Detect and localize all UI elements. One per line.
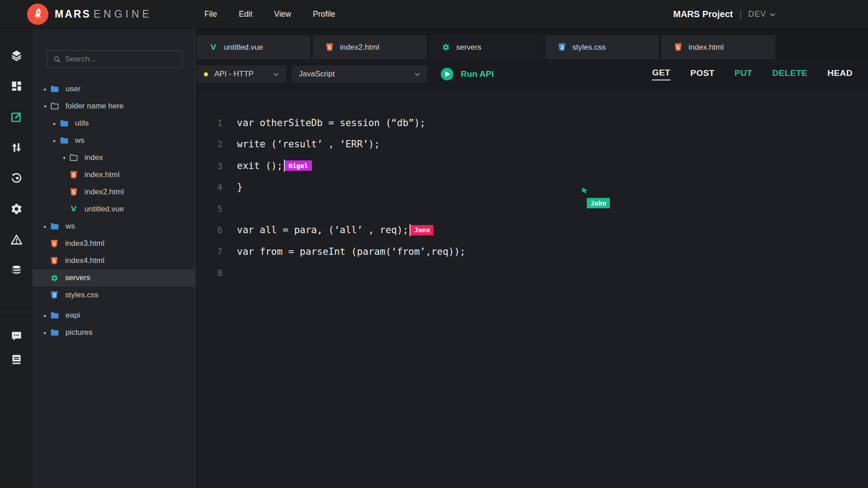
menu-profile[interactable]: Profile	[313, 9, 335, 19]
tree-item-ws-nested[interactable]: ▸ ws	[33, 132, 194, 149]
code-text: write (‘result’ , ‘ERR’);	[237, 139, 380, 150]
warning-icon[interactable]	[0, 224, 33, 255]
env-selector[interactable]: DEV	[748, 9, 775, 19]
code-line: 7 var from = parseInt (param(‘from’,req)…	[195, 241, 868, 263]
tree-item-label: index3.html	[65, 239, 104, 248]
code-text: }	[237, 182, 243, 192]
code-text: exit ();	[237, 160, 283, 171]
api-type-select[interactable]: API - HTTP	[197, 66, 286, 83]
folder-open-icon	[69, 153, 78, 162]
tree-item-label: folder name here	[66, 102, 124, 111]
language-select[interactable]: JavaScript	[292, 66, 427, 83]
tree-item-label: untitled.vue	[85, 205, 124, 214]
code-line: 6 var all = para, (‘all’ , req); Jane	[195, 220, 868, 241]
folder-open-icon	[50, 102, 59, 111]
line-number: 1	[195, 118, 222, 128]
tree-item-ws[interactable]: ▸ ws	[33, 218, 194, 235]
tree-item-index-folder[interactable]: ▾ index	[33, 149, 194, 166]
tree-item-label: styles.css	[65, 291, 99, 300]
code-text: var otherSiteDb = session (“db”);	[237, 117, 425, 128]
method-put[interactable]: PUT	[735, 68, 753, 80]
vue-icon: V	[209, 43, 217, 52]
chat-icon[interactable]	[0, 327, 33, 345]
play-icon	[441, 68, 453, 80]
tab-index-html[interactable]: 5 index.html	[661, 35, 775, 59]
tree-item-index2-html[interactable]: 5 index2.html	[33, 183, 194, 201]
chevron-down-icon: ▾	[61, 155, 67, 161]
tab-styles-css[interactable]: 3 styles.css	[545, 35, 659, 59]
docs-icon[interactable]	[0, 350, 33, 368]
html5-icon: 5	[674, 43, 682, 52]
tree-item-index3-html[interactable]: 5 index3.html	[33, 235, 194, 252]
chevron-right-icon: ▸	[42, 86, 48, 92]
settings-gear-icon[interactable]	[0, 193, 33, 224]
line-number: 6	[195, 225, 222, 235]
tree-item-label: eapi	[66, 311, 80, 320]
gear-icon	[442, 43, 450, 52]
tree-item-label: index4.html	[65, 256, 104, 265]
chevron-down-icon: ▾	[42, 103, 48, 109]
dashboard-icon[interactable]	[0, 70, 33, 101]
run-api-label: Run API	[461, 69, 494, 79]
folder-icon	[50, 311, 59, 320]
language-value: JavaScript	[299, 70, 415, 79]
gear-icon	[50, 273, 59, 282]
tree-item-untitled-vue[interactable]: V untitled.vue	[33, 201, 194, 218]
file-explorer: ▸ user ▾ folder name here ▸ utils ▸	[33, 28, 194, 488]
menu-edit[interactable]: Edit	[239, 9, 252, 19]
tree-item-utils[interactable]: ▸ utils	[33, 115, 194, 132]
tab-label: index.html	[689, 43, 723, 52]
tree-item-pictures[interactable]: ▸ pictures	[33, 324, 194, 341]
layers-icon[interactable]	[0, 40, 33, 70]
method-delete[interactable]: DELETE	[772, 68, 807, 80]
tree-item-user[interactable]: ▸ user	[33, 80, 194, 98]
env-label: DEV	[748, 9, 766, 19]
tree-item-servers[interactable]: servers	[33, 269, 194, 286]
code-line: 8	[195, 263, 868, 284]
tab-servers-active[interactable]: servers	[429, 35, 543, 59]
icon-rail	[0, 28, 33, 488]
tree-item-index-html[interactable]: 5 index.html	[33, 166, 194, 183]
project-title: MARS Project	[673, 9, 733, 19]
method-get[interactable]: GET	[652, 68, 670, 80]
brand: MARSENGINE	[27, 4, 152, 25]
menu-view[interactable]: View	[274, 9, 291, 19]
tree-item-label: servers	[65, 273, 90, 282]
tree-item-index4-html[interactable]: 5 index4.html	[33, 252, 194, 269]
chevron-down-icon	[770, 9, 775, 19]
line-number: 5	[195, 204, 222, 214]
code-text: var from = parseInt (param(‘from’,req));	[237, 246, 466, 257]
tab-index2-html[interactable]: 5 index2.html	[313, 35, 427, 59]
sort-arrows-icon[interactable]	[0, 132, 33, 163]
search-input[interactable]	[65, 55, 174, 64]
chevron-right-icon: ▸	[52, 138, 58, 144]
mars-rocket-logo-icon	[27, 4, 48, 25]
folder-icon	[50, 84, 59, 94]
search-box[interactable]	[47, 51, 183, 68]
user-cursor-jane: Jane	[410, 225, 434, 235]
folder-icon	[50, 222, 59, 231]
method-head[interactable]: HEAD	[827, 68, 853, 80]
css3-icon: 3	[50, 291, 59, 300]
tree-item-label: index.html	[85, 170, 119, 179]
tree-item-styles-css[interactable]: 3 styles.css	[33, 286, 194, 304]
tree-item-folder-name-here[interactable]: ▾ folder name here	[33, 98, 194, 115]
code-editor[interactable]: 1 var otherSiteDb = session (“db”); 2 wr…	[195, 89, 868, 488]
tree-item-label: user	[66, 84, 80, 94]
line-number: 7	[195, 247, 222, 257]
folder-icon	[50, 328, 59, 337]
tab-untitled-vue[interactable]: V untitled.vue	[197, 35, 311, 59]
project-info: MARS Project | DEV	[673, 0, 775, 28]
code-line: 3 exit (); Nigel	[195, 155, 868, 177]
user-cursor-nigel: Nigel	[285, 160, 312, 171]
run-api-button[interactable]: Run API	[441, 68, 494, 80]
history-icon[interactable]	[0, 163, 33, 193]
method-post[interactable]: POST	[690, 68, 715, 80]
tree-item-label: utils	[75, 119, 89, 128]
tree-item-eapi[interactable]: ▸ eapi	[33, 307, 194, 324]
line-number: 4	[195, 182, 222, 192]
menu-file[interactable]: File	[204, 9, 217, 19]
database-icon[interactable]	[0, 255, 33, 286]
pointer-icon	[581, 187, 589, 195]
edit-icon-active[interactable]	[0, 101, 33, 132]
